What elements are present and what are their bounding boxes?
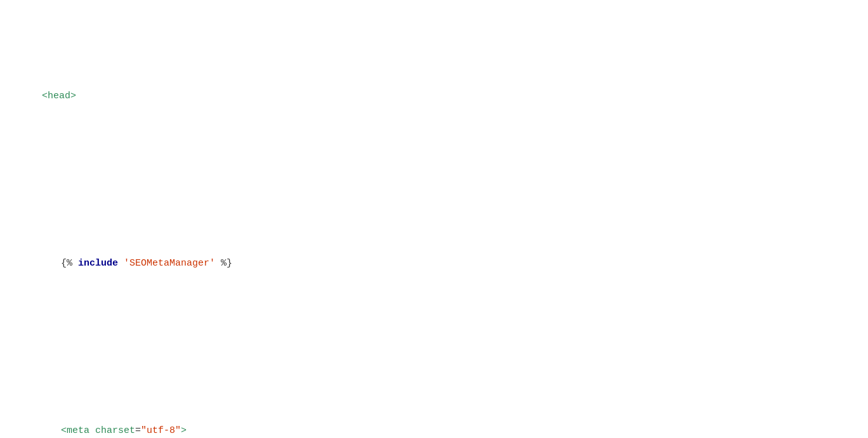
tag-head: <head> xyxy=(42,91,76,101)
code-editor: <head> {% include 'SEOMetaManager' %} <m… xyxy=(19,13,849,438)
code-line-blank2 xyxy=(19,332,849,347)
keyword-include: include xyxy=(78,258,118,269)
code-line-head: <head> xyxy=(19,74,849,119)
liquid-open: { xyxy=(61,258,67,269)
code-line-blank1 xyxy=(19,165,849,180)
string-seometamanager: 'SEOMetaManager' xyxy=(124,258,215,269)
tag-meta-charset: <meta xyxy=(61,425,95,436)
code-line-include-seo: {% include 'SEOMetaManager' %} xyxy=(19,241,849,287)
code-line-meta-charset: <meta charset="utf-8"> xyxy=(19,408,849,438)
